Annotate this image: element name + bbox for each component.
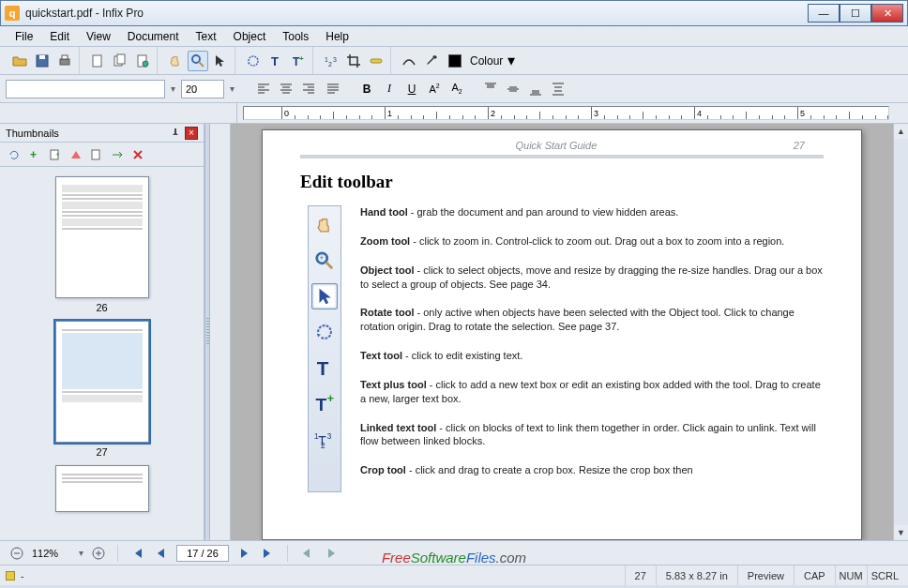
menu-view[interactable]: View [79, 28, 118, 45]
link-tool-button[interactable] [366, 51, 386, 71]
svg-point-8 [143, 61, 148, 67]
svg-rect-21 [92, 150, 99, 159]
scroll-up-icon[interactable]: ▲ [894, 124, 908, 139]
prev-page-button[interactable] [152, 544, 171, 563]
next-page-button[interactable] [235, 544, 253, 563]
linked-text-tool-button[interactable]: 123 [321, 51, 341, 71]
thumb-insert-button[interactable]: + [47, 146, 64, 163]
font-size-selector[interactable] [181, 80, 224, 98]
svg-rect-1 [39, 55, 45, 59]
back-button[interactable] [297, 544, 316, 563]
hand-tool-button[interactable] [165, 51, 186, 71]
align-left-button[interactable] [253, 79, 274, 99]
align-right-button[interactable] [298, 79, 319, 99]
minimize-button[interactable]: — [808, 4, 840, 23]
last-page-button[interactable] [259, 544, 278, 563]
italic-button[interactable]: I [379, 79, 400, 99]
print-button[interactable] [54, 51, 75, 71]
zoom-value: 112% [32, 548, 73, 559]
subscript-button[interactable]: A2 [446, 79, 467, 99]
open-button[interactable] [9, 51, 30, 71]
doc-edit-toolbar: + T T+ 123T [308, 205, 341, 492]
object-tool-button[interactable] [210, 51, 231, 71]
doc-zoom-icon: + [311, 248, 338, 274]
menu-document[interactable]: Document [120, 28, 187, 45]
svg-text:+: + [299, 54, 304, 63]
text-plus-tool-button[interactable]: T+ [288, 51, 309, 71]
horizontal-ruler[interactable]: 0123456 [243, 106, 889, 120]
scroll-down-icon[interactable]: ▼ [894, 525, 908, 540]
underline-button[interactable]: U [401, 79, 422, 99]
copy-page-button[interactable] [110, 51, 130, 71]
thumbnail-item[interactable]: 27 [55, 321, 149, 458]
vertical-scrollbar[interactable]: ▲ ▼ [893, 124, 908, 540]
thumb-move-button[interactable] [109, 146, 126, 163]
superscript-button[interactable]: A2 [424, 79, 445, 99]
valign-middle-button[interactable] [503, 79, 523, 99]
bold-button[interactable]: B [356, 79, 377, 99]
save-button[interactable] [32, 51, 53, 71]
status-dash: - [21, 570, 24, 581]
doc-rotate-icon [311, 319, 338, 345]
menu-file[interactable]: File [8, 28, 40, 45]
align-center-button[interactable] [276, 79, 296, 99]
titlebar: q quickstart.pdf - Infix Pro — ☐ ✕ [0, 0, 908, 26]
crop-tool-button[interactable] [343, 51, 364, 71]
svg-rect-2 [60, 59, 69, 65]
thumb-extract-button[interactable] [68, 146, 84, 163]
thumb-replace-button[interactable] [88, 146, 105, 163]
panel-splitter[interactable] [204, 124, 210, 540]
curve-tool-button[interactable] [399, 51, 419, 71]
colour-label: Colour [470, 54, 503, 68]
menu-tools[interactable]: Tools [275, 28, 316, 45]
colour-swatch-button[interactable] [444, 51, 464, 71]
zoom-in-button[interactable] [89, 544, 108, 563]
menu-object[interactable]: Object [226, 28, 274, 45]
doc-text-plus-icon: T+ [311, 390, 338, 416]
thumb-add-button[interactable]: + [26, 146, 43, 163]
page-indicator[interactable]: 17 / 26 [176, 545, 229, 562]
valign-top-button[interactable] [480, 79, 501, 99]
new-page-button[interactable] [87, 51, 108, 71]
zoom-tool-button[interactable] [188, 51, 208, 71]
doc-descriptions: Hand tool - grab the document and pan ar… [360, 205, 824, 492]
valign-justify-button[interactable] [548, 79, 568, 99]
valign-bottom-button[interactable] [525, 79, 546, 99]
thumb-delete-button[interactable] [129, 146, 146, 163]
vertical-ruler[interactable] [210, 124, 231, 540]
close-button[interactable]: ✕ [871, 4, 903, 23]
status-num: NUM [835, 565, 867, 585]
thumbnail-item[interactable]: 26 [55, 176, 149, 313]
menu-help[interactable]: Help [318, 28, 356, 45]
zoom-out-button[interactable] [8, 544, 26, 563]
colour-dropdown[interactable]: ▾ [505, 51, 518, 71]
doc-hand-icon [311, 212, 338, 238]
first-page-button[interactable] [128, 544, 146, 563]
menu-edit[interactable]: Edit [42, 28, 77, 45]
status-preview: Preview [737, 565, 794, 585]
page-setup-button[interactable] [132, 51, 153, 71]
document-viewport[interactable]: Quick Start Guide 27 Edit toolbar + T T+… [231, 124, 893, 540]
thumbnails-list[interactable]: 26 27 [0, 167, 204, 540]
pin-icon[interactable] [170, 128, 181, 139]
maximize-button[interactable]: ☐ [840, 4, 871, 23]
panel-close-button[interactable]: × [185, 127, 198, 140]
svg-text:T: T [318, 434, 326, 448]
forward-button[interactable] [322, 544, 340, 563]
svg-rect-17 [371, 59, 382, 63]
thumbnail-item[interactable] [55, 465, 149, 512]
format-toolbar: ▾ ▾ B I U A2 A2 [0, 75, 908, 103]
svg-rect-4 [93, 55, 101, 67]
text-tool-button[interactable]: T [265, 51, 286, 71]
thumb-rotate-button[interactable] [6, 146, 23, 163]
font-selector[interactable] [6, 80, 165, 98]
menu-text[interactable]: Text [189, 28, 224, 45]
rotate-tool-button[interactable] [243, 51, 264, 71]
page-header-number: 27 [794, 140, 805, 151]
align-justify-all-button[interactable] [323, 79, 343, 99]
thumbnails-title: Thumbnails [6, 128, 59, 139]
doc-linked-text-icon: 123T [311, 426, 338, 452]
status-icon [6, 571, 15, 580]
svg-text:T: T [271, 54, 279, 68]
pipette-tool-button[interactable] [421, 51, 442, 71]
